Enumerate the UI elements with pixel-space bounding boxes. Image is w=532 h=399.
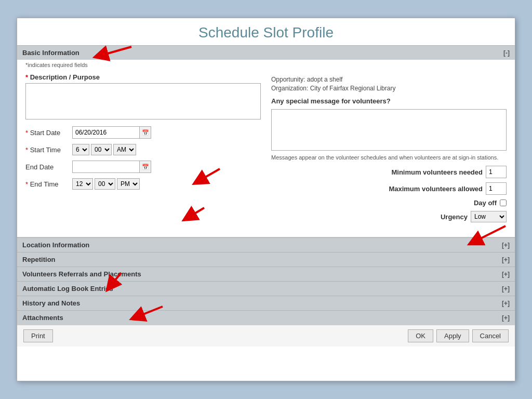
- apply-button[interactable]: Apply: [436, 329, 469, 342]
- attachments-label: Attachments: [22, 314, 63, 322]
- cancel-button[interactable]: Cancel: [472, 329, 509, 342]
- history-notes-toggle[interactable]: [+]: [502, 300, 510, 307]
- start-date-input[interactable]: [72, 126, 140, 139]
- urgency-select[interactable]: Low Medium High: [471, 211, 507, 222]
- start-min-select[interactable]: 00: [91, 144, 112, 155]
- description-label: Description / Purpose: [25, 73, 261, 81]
- attachments-header[interactable]: Attachments [+]: [17, 310, 515, 325]
- end-date-input[interactable]: [72, 161, 140, 173]
- day-off-label: Day off: [474, 199, 497, 207]
- history-notes-label: History and Notes: [22, 299, 80, 307]
- organization-text: Organization: City of Fairfax Regional L…: [271, 85, 507, 92]
- special-message-label: Any special message for volunteers?: [271, 97, 507, 105]
- auto-log-header[interactable]: Automatic Log Book Entries [+]: [17, 281, 515, 296]
- max-volunteers-label: Maximum volunteers allowed: [389, 185, 483, 193]
- required-note: *indicates required fields: [17, 60, 515, 68]
- volunteers-referrals-toggle[interactable]: [+]: [502, 271, 510, 278]
- end-date-calendar-icon[interactable]: 📅: [140, 161, 151, 173]
- special-message-textarea[interactable]: [271, 109, 507, 151]
- description-textarea[interactable]: [25, 83, 261, 119]
- basic-info-header[interactable]: Basic Information [-]: [17, 45, 515, 60]
- auto-log-label: Automatic Log Book Entries: [22, 285, 113, 292]
- end-ampm-select[interactable]: AM PM: [117, 178, 140, 190]
- urgency-label: Urgency: [441, 213, 468, 221]
- volunteers-referrals-header[interactable]: Volunteers Referrals and Placements [+]: [17, 267, 515, 281]
- repetition-header[interactable]: Repetition [+]: [17, 252, 515, 267]
- end-hour-select[interactable]: 12: [72, 178, 93, 190]
- collapsible-sections: Location Information [+] Repetition [+] …: [17, 237, 515, 325]
- start-date-label: Start Date: [25, 129, 72, 137]
- end-time-label: End Time: [25, 180, 72, 188]
- messages-note: Messages appear on the volunteer schedul…: [271, 154, 507, 161]
- basic-info-toggle[interactable]: [-]: [503, 49, 510, 57]
- auto-log-toggle[interactable]: [+]: [502, 285, 510, 292]
- repetition-toggle[interactable]: [+]: [502, 256, 510, 263]
- start-ampm-select[interactable]: AM PM: [113, 144, 136, 155]
- location-info-toggle[interactable]: [+]: [502, 242, 510, 249]
- start-date-calendar-icon[interactable]: 📅: [140, 126, 151, 139]
- start-hour-select[interactable]: 6: [72, 144, 89, 155]
- min-volunteers-input[interactable]: [486, 166, 507, 178]
- location-info-label: Location Information: [22, 241, 89, 249]
- day-off-checkbox[interactable]: [500, 200, 507, 206]
- page-title: Schedule Slot Profile: [17, 18, 515, 45]
- max-volunteers-input[interactable]: [486, 182, 507, 195]
- print-button[interactable]: Print: [23, 329, 53, 342]
- location-info-header[interactable]: Location Information [+]: [17, 237, 515, 252]
- opportunity-text: Opportunity: adopt a shelf: [271, 76, 507, 83]
- footer: Print OK Apply Cancel: [17, 325, 515, 347]
- volunteers-referrals-label: Volunteers Referrals and Placements: [22, 270, 141, 278]
- attachments-toggle[interactable]: [+]: [502, 314, 510, 322]
- end-min-select[interactable]: 00: [95, 178, 115, 190]
- min-volunteers-label: Minimum volunteers needed: [391, 168, 483, 176]
- repetition-label: Repetition: [22, 256, 56, 263]
- start-time-label: Start Time: [25, 146, 72, 154]
- basic-info-label: Basic Information: [22, 49, 79, 57]
- end-date-label: End Date: [25, 163, 72, 171]
- ok-button[interactable]: OK: [408, 329, 433, 342]
- history-notes-header[interactable]: History and Notes [+]: [17, 296, 515, 310]
